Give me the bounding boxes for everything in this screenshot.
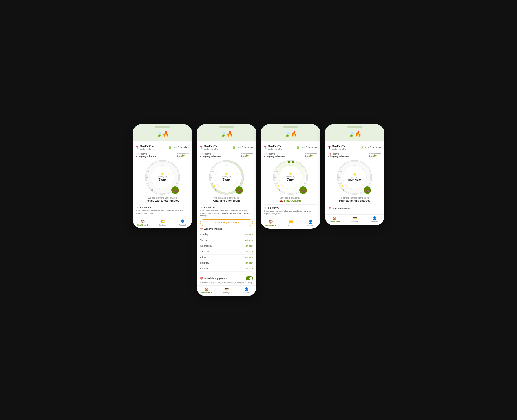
suggest-desc-2: If you turn this option on, we will anal… bbox=[200, 282, 253, 285]
phone-screen-3: 🍃🔥 T Dad's Car Tesla Model S 🔋 68% / 103… bbox=[261, 124, 320, 229]
cn2-18: 18 bbox=[210, 176, 212, 178]
home-icon-1: 🏠 bbox=[141, 219, 145, 223]
hurry-section-1: ⚡ In a hurry? If you need your car earli… bbox=[136, 204, 189, 215]
phone-header-3: 🍃🔥 bbox=[261, 124, 320, 141]
cn3-8: 8 bbox=[304, 182, 305, 184]
nav-dashboard-2[interactable]: 🏠 Dashboard bbox=[197, 287, 217, 294]
star-marker-2: ⭐ bbox=[213, 185, 216, 187]
nav-savings-1[interactable]: 💳 Savings bbox=[152, 219, 172, 226]
home-icon-3: 🏠 bbox=[269, 220, 273, 224]
schedule-label-2: ⏰ Today's bbox=[200, 153, 221, 155]
nav-account-3[interactable]: 👤 Account bbox=[300, 220, 320, 226]
home-icon-4: 🏠 bbox=[333, 216, 337, 220]
cn2-16: 16 bbox=[212, 182, 214, 184]
clock-num-8: 8 bbox=[176, 182, 177, 184]
car-row-3: T Dad's Car Tesla Model S 🔋 68% / 103 mi… bbox=[264, 144, 317, 151]
battery-icon-4: 🔋 bbox=[361, 146, 364, 149]
day-row-thursday[interactable]: Thursday Not set › bbox=[200, 249, 253, 255]
nav-savings-3[interactable]: 💳 Savings bbox=[281, 220, 300, 226]
nav-dashboard-4[interactable]: 🏠 Dashboard bbox=[325, 216, 345, 223]
account-icon-4: 👤 bbox=[372, 216, 377, 220]
schedule-title-4: Charging Schedule bbox=[328, 155, 349, 158]
schedule-row-3: ⏰ Today's Charging Schedule Charge limit… bbox=[264, 153, 317, 158]
charge-btn-2[interactable]: 🚗 bbox=[235, 186, 243, 194]
charge-btn-1[interactable]: 🚗 bbox=[171, 186, 179, 194]
nav-dashboard-3[interactable]: 🏠 Dashboard bbox=[261, 220, 281, 226]
status-main-4: Your car is fully charged bbox=[328, 199, 381, 202]
nav-savings-label-4: Savings bbox=[351, 221, 358, 223]
car-info-1: Dad's Car Tesla Model S bbox=[140, 144, 155, 151]
phone-screen-4: 🍃🔥 T Dad's Car Tesla Model S 🔋 92% / 163… bbox=[325, 124, 384, 225]
status-block-3: Your car is charging... 🚗 Smart Charge bbox=[264, 197, 317, 202]
savings-icon-4: 💳 bbox=[353, 216, 357, 220]
clock-num-0: 0 bbox=[162, 162, 163, 163]
car-model-4: Tesla Model S bbox=[332, 148, 347, 151]
nav-dashboard-1[interactable]: 🏠 Dashboard bbox=[133, 219, 152, 226]
cn3-0: 0 bbox=[290, 165, 291, 167]
car-row-2: T Dad's Car Tesla Model S 🔋 68% / 103 mi… bbox=[200, 144, 253, 151]
cn2-22: 22 bbox=[215, 164, 217, 166]
clock-2: 0 2 22 4 20 6 18 8 16 10 14 12 ⭐ ⭐ bbox=[209, 160, 244, 195]
car-name-block-3: T Dad's Car Tesla Model S bbox=[264, 144, 283, 151]
battery-icon-2: 🔋 bbox=[232, 146, 236, 149]
cn3-12: 12 bbox=[290, 192, 292, 193]
nav-account-2[interactable]: 👤 Account bbox=[236, 287, 256, 294]
cn4-18: 18 bbox=[338, 176, 340, 178]
cn4-0: 0 bbox=[354, 162, 355, 163]
clock-1: 0 2 22 4 20 6 18 8 16 10 14 12 ⭐ Ready b… bbox=[145, 160, 180, 195]
battery-block-3: 🔋 68% / 103 miles bbox=[296, 146, 317, 149]
savings-icon-2: 💳 bbox=[224, 287, 229, 291]
car-name-2: Dad's Car bbox=[204, 144, 219, 148]
schedule-label-block-2: ⏰ Today's Charging Schedule bbox=[200, 153, 221, 158]
hurry-text-1: If you need your car earlier, you can ch… bbox=[136, 210, 189, 215]
urgent-charge-button[interactable]: ⚡ Start Urgent Charge bbox=[200, 219, 253, 226]
day-row-saturday[interactable]: Saturday Not set › bbox=[200, 260, 253, 266]
car-info-4: Dad's Car Tesla Model S bbox=[332, 144, 347, 151]
cn2-20: 20 bbox=[212, 171, 214, 173]
charge-limits-value-1: 20-90% bbox=[177, 155, 189, 157]
battery-icon-3: 🔋 bbox=[296, 146, 300, 149]
bottom-nav-4: 🏠 Dashboard 💳 Savings 👤 Account bbox=[325, 214, 384, 225]
logo-2: 🍃🔥 bbox=[220, 131, 233, 137]
day-row-monday[interactable]: Monday Not set › bbox=[200, 232, 253, 237]
bottom-nav-2: 🏠 Dashboard 💳 Savings 👤 Account bbox=[197, 285, 256, 296]
nav-savings-4[interactable]: 💳 Savings bbox=[345, 216, 365, 223]
charge-btn-3[interactable]: 🚗 bbox=[299, 186, 307, 194]
phone-notch-4 bbox=[347, 126, 362, 128]
cn3-2: 2 bbox=[301, 166, 302, 168]
status-sub-3: Your car is charging... bbox=[264, 197, 317, 199]
charge-btn-4[interactable]: 🚗 bbox=[364, 186, 371, 194]
day-row-sunday[interactable]: Sunday Not set › bbox=[200, 266, 253, 272]
clock-num-4: 4 bbox=[176, 171, 177, 173]
schedule-title-2: Charging Schedule bbox=[200, 155, 221, 158]
day-thursday: Thursday bbox=[200, 250, 210, 253]
nav-account-label-2: Account bbox=[243, 291, 250, 294]
battery-icon-1: 🔋 bbox=[168, 146, 172, 149]
svg-rect-7 bbox=[292, 161, 293, 163]
bottom-nav-1: 🏠 Dashboard 💳 Savings 👤 Account bbox=[133, 218, 192, 228]
charge-limits-label-3: Charge limits bbox=[305, 153, 317, 155]
hurry-text-2: If you need your car earlier, you can ch… bbox=[200, 210, 253, 217]
schedule-suggest-toggle[interactable] bbox=[246, 276, 253, 280]
star-marker-4: ⭐ bbox=[341, 185, 344, 187]
schedule-label-1: ⏰ Today's bbox=[136, 153, 156, 155]
nav-account-4[interactable]: 👤 Account bbox=[365, 216, 384, 223]
phone-content-2: T Dad's Car Tesla Model S 🔋 68% / 103 mi… bbox=[197, 141, 256, 285]
day-row-tuesday[interactable]: Tuesday Not set › bbox=[200, 237, 253, 243]
nav-savings-2[interactable]: 💳 Savings bbox=[217, 287, 236, 294]
car-name-3: Dad's Car bbox=[268, 144, 283, 148]
battery-text-3: 68% / 103 miles bbox=[301, 146, 317, 149]
hurry-section-2: ⚡ In a hurry? If you need your car earli… bbox=[200, 204, 253, 226]
logo-1: 🍃🔥 bbox=[156, 131, 169, 137]
weekly-title-2: 📅 Weekly schedule bbox=[200, 228, 253, 230]
phone-content-4: T Dad's Car Tesla Model S 🔋 92% / 163 mi… bbox=[325, 141, 384, 214]
day-row-wednesday[interactable]: Wednesday Not set › bbox=[200, 243, 253, 249]
phone-notch-3 bbox=[283, 126, 298, 128]
day-row-friday[interactable]: Friday Not set › bbox=[200, 255, 253, 260]
charge-limits-label-2: Charge limits bbox=[241, 153, 253, 155]
phone-notch-1 bbox=[155, 126, 170, 128]
nav-account-1[interactable]: 👤 Account bbox=[172, 219, 192, 226]
clock-3: 0 2 22 4 20 6 18 8 16 10 14 12 ⭐ ⭐ Ready… bbox=[273, 160, 308, 195]
charge-limits-value-2: 20-90% bbox=[241, 155, 253, 157]
schedule-label-block-3: ⏰ Today's Charging Schedule bbox=[264, 153, 285, 158]
